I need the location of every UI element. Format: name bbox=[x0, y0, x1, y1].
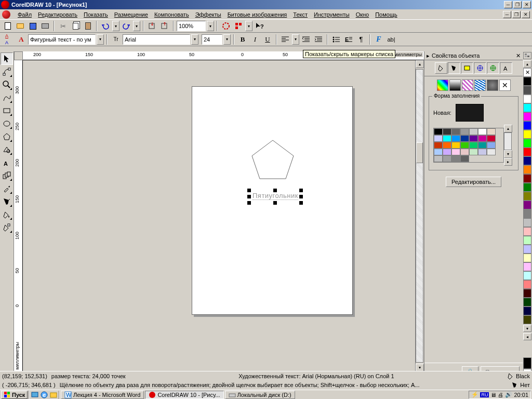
volume-icon[interactable]: 🔊 bbox=[505, 391, 512, 398]
docker-arrow-icon[interactable]: ▸ bbox=[427, 52, 430, 59]
text-orient-v-icon[interactable]: A bbox=[2, 39, 11, 46]
palette-swatch[interactable] bbox=[478, 142, 487, 149]
palette-swatch[interactable] bbox=[434, 135, 443, 142]
docker-tab-fill[interactable] bbox=[435, 62, 447, 74]
colorstrip-swatch[interactable] bbox=[523, 262, 531, 271]
colorstrip-swatch[interactable] bbox=[523, 315, 531, 324]
fill-uniform-icon[interactable] bbox=[437, 79, 448, 91]
ql-outlook-icon[interactable] bbox=[49, 391, 58, 399]
outline-tool[interactable] bbox=[1, 195, 13, 208]
polygon-tool[interactable] bbox=[1, 130, 13, 143]
bullets-button[interactable] bbox=[330, 34, 342, 45]
menu-help[interactable]: Помощь bbox=[372, 10, 401, 19]
text-type-dropdown[interactable] bbox=[97, 34, 104, 45]
vertical-ruler[interactable]: 300250200150100500 миллиметры bbox=[14, 60, 23, 371]
colorstrip-swatch[interactable] bbox=[523, 280, 531, 289]
palette-swatch[interactable] bbox=[478, 149, 487, 155]
palette-swatch[interactable] bbox=[460, 155, 469, 162]
docker-tab-outline[interactable] bbox=[448, 62, 460, 74]
corel-online-button[interactable] bbox=[220, 20, 232, 32]
palette-scroll-up[interactable]: ▴ bbox=[523, 60, 531, 68]
zoom-input[interactable]: 100% bbox=[177, 21, 206, 31]
mdi-minimize-button[interactable]: ─ bbox=[503, 11, 511, 18]
colorstrip-swatch[interactable] bbox=[523, 156, 531, 165]
menu-bitmaps[interactable]: Битовые изображения bbox=[224, 10, 290, 19]
palette-swatch[interactable] bbox=[434, 142, 443, 149]
menu-text[interactable]: Текст bbox=[290, 10, 311, 19]
vertical-scrollbar[interactable]: ▴ ▾ bbox=[415, 60, 424, 371]
colorstrip-swatch[interactable] bbox=[523, 77, 531, 86]
palette-scroll-down[interactable]: ▾ bbox=[523, 325, 531, 332]
palette-swatch[interactable] bbox=[487, 135, 496, 142]
align-left-button[interactable] bbox=[280, 34, 291, 45]
font-combo[interactable]: Arial bbox=[123, 34, 190, 45]
fill-none-icon[interactable]: ✕ bbox=[499, 79, 511, 91]
save-button[interactable] bbox=[27, 20, 38, 32]
redo-dropdown[interactable] bbox=[133, 21, 140, 31]
colorstrip-swatch[interactable] bbox=[523, 236, 531, 245]
palette-swatch[interactable] bbox=[460, 149, 469, 155]
palette-swatch[interactable] bbox=[451, 135, 460, 142]
colorstrip-swatch[interactable] bbox=[523, 192, 531, 201]
edit-fill-button[interactable]: Редактировать... bbox=[446, 177, 501, 187]
app-launcher-dropdown[interactable] bbox=[245, 21, 252, 31]
colorstrip-swatch[interactable] bbox=[523, 112, 531, 121]
underline-button[interactable]: U bbox=[262, 34, 273, 45]
menu-layout[interactable]: Размещение bbox=[111, 10, 151, 19]
palette-flyout-icon[interactable] bbox=[523, 52, 531, 59]
align-dropdown[interactable] bbox=[292, 34, 299, 45]
scroll-up-button[interactable]: ▴ bbox=[416, 60, 424, 68]
tray-icon-3[interactable]: 🖨 bbox=[498, 392, 503, 398]
nonprinting-button[interactable]: ¶ bbox=[355, 34, 367, 45]
colorstrip-swatch[interactable] bbox=[523, 227, 531, 236]
palette-swatch[interactable] bbox=[478, 135, 487, 142]
interactive-blend-tool[interactable] bbox=[1, 169, 13, 182]
interactive-fill-tool[interactable] bbox=[1, 221, 13, 234]
palette-swatch[interactable] bbox=[451, 128, 460, 135]
freehand-tool[interactable] bbox=[1, 91, 13, 104]
font-size-dropdown[interactable] bbox=[223, 34, 231, 45]
dropcap-button[interactable]: E bbox=[343, 34, 354, 45]
cut-button[interactable]: ✂ bbox=[57, 20, 69, 32]
palette-up-button[interactable]: ▴ bbox=[504, 125, 512, 132]
palette-swatch[interactable] bbox=[451, 155, 460, 162]
menu-effects[interactable]: Эффекты bbox=[192, 10, 224, 19]
palette-swatch[interactable] bbox=[434, 149, 443, 155]
palette-swatch[interactable] bbox=[469, 128, 478, 135]
ql-desktop-icon[interactable] bbox=[31, 391, 39, 399]
app-launcher-button[interactable] bbox=[233, 20, 244, 32]
print-button[interactable] bbox=[39, 20, 51, 32]
colorstrip-swatch[interactable] bbox=[523, 245, 531, 254]
redo-button[interactable] bbox=[121, 20, 132, 32]
palette-swatch[interactable] bbox=[469, 135, 478, 142]
undo-button[interactable] bbox=[100, 20, 111, 32]
colorstrip-swatch[interactable] bbox=[523, 307, 531, 315]
palette-swatch[interactable] bbox=[469, 142, 478, 149]
close-button[interactable]: ✕ bbox=[523, 1, 531, 8]
task-word[interactable]: WЛекция 4 - Microsoft Word bbox=[61, 391, 144, 399]
task-explorer[interactable]: Локальный диск (D:) bbox=[225, 391, 295, 399]
fill-postscript-icon[interactable] bbox=[487, 79, 498, 91]
language-indicator[interactable]: RU bbox=[480, 392, 489, 397]
palette-swatch[interactable] bbox=[460, 128, 469, 135]
no-color-swatch[interactable] bbox=[523, 68, 531, 77]
undo-dropdown[interactable] bbox=[112, 21, 119, 31]
viewport[interactable]: Пятиугольник bbox=[23, 60, 415, 371]
colorstrip-swatch[interactable] bbox=[523, 218, 531, 227]
indent-increase-button[interactable] bbox=[313, 34, 324, 45]
mdi-restore-button[interactable]: ❐ bbox=[512, 11, 521, 18]
pick-tool[interactable] bbox=[1, 52, 13, 65]
docker-tab-web[interactable] bbox=[487, 62, 499, 74]
shape-tool[interactable] bbox=[1, 65, 13, 78]
open-button[interactable] bbox=[15, 20, 26, 32]
colorstrip-swatch[interactable] bbox=[523, 103, 531, 112]
start-button[interactable]: Пуск bbox=[1, 391, 28, 399]
mdi-close-button[interactable]: ✕ bbox=[522, 11, 530, 18]
docker-close-button[interactable]: ✕ bbox=[516, 52, 521, 59]
paste-button[interactable] bbox=[82, 20, 94, 32]
colorstrip-swatch[interactable] bbox=[523, 254, 531, 262]
tray-icon-1[interactable]: ⚡ bbox=[471, 391, 478, 398]
format-text-button[interactable]: F bbox=[373, 34, 384, 45]
menu-window[interactable]: Окно bbox=[353, 10, 373, 19]
colorstrip-swatch[interactable] bbox=[523, 95, 531, 103]
